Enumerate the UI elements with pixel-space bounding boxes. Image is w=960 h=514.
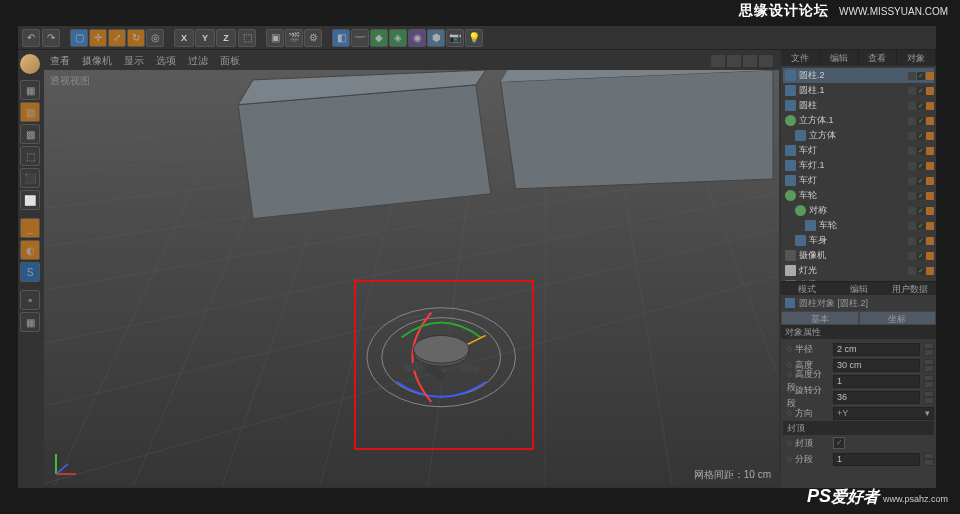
misc-tool[interactable]: ▦ [20,312,40,332]
subtab-coord[interactable]: 坐标 [859,311,937,325]
poly-mode[interactable]: ⬜ [20,190,40,210]
subtab-basic[interactable]: 基本 [781,311,859,325]
move-tool[interactable]: ✛ [89,29,107,47]
tree-row[interactable]: 灯光✓ [783,263,934,278]
tree-row[interactable]: 车灯.1✓ [783,158,934,173]
stepper[interactable] [924,375,934,388]
select-tool[interactable]: ▢ [70,29,88,47]
attr-input[interactable]: 30 cm [833,359,920,372]
x-lock[interactable]: X [174,29,194,47]
stepper[interactable] [924,453,934,466]
recent-tool[interactable]: ◎ [146,29,164,47]
redo-button[interactable]: ↷ [42,29,60,47]
tree-item-flags[interactable]: ✓ [908,222,934,230]
render-picture[interactable]: 🎬 [285,29,303,47]
edge-mode[interactable]: ⬛ [20,168,40,188]
attr-input[interactable]: 2 cm [833,343,920,356]
tree-row[interactable]: 车轮✓ [783,188,934,203]
tab-object[interactable]: 对象 [897,50,936,66]
stepper[interactable] [924,343,934,356]
vp-menu-filter[interactable]: 过滤 [188,54,208,68]
axis-tool2[interactable]: ◐ [20,240,40,260]
texture-mode[interactable]: ▨ [20,102,40,122]
tree-row[interactable]: 车轮✓ [783,218,934,233]
stepper[interactable] [924,391,934,404]
attr-input[interactable]: 1 [833,375,920,388]
vp-nav-icon[interactable] [759,55,773,67]
tree-row[interactable]: 摄像机✓ [783,248,934,263]
tree-item-flags[interactable]: ✓ [908,147,934,155]
scale-tool[interactable]: ⤢ [108,29,126,47]
tab-view[interactable]: 查看 [859,50,898,66]
attr-dropdown[interactable]: +Y▾ [833,407,934,420]
tab-userdata[interactable]: 用户数据 [884,282,936,295]
tree-item-flags[interactable]: ✓ [908,192,934,200]
vp-menu-camera[interactable]: 摄像机 [82,54,112,68]
tree-row[interactable]: 立方体.1✓ [783,113,934,128]
model-mode[interactable]: ▦ [20,80,40,100]
tree-item-flags[interactable]: ✓ [908,162,934,170]
tree-item-flags[interactable]: ✓ [908,132,934,140]
tree-row[interactable]: 车灯✓ [783,143,934,158]
tree-item-flags[interactable]: ✓ [908,207,934,215]
add-cube[interactable]: ◧ [332,29,350,47]
svg-line-8 [50,70,248,486]
tree-item-label: 圆柱 [799,99,905,112]
rotate-tool[interactable]: ↻ [127,29,145,47]
vp-nav-icon[interactable] [711,55,725,67]
cylinder-icon [785,298,795,308]
tree-item-flags[interactable]: ✓ [908,87,934,95]
workplane-mode[interactable]: ▩ [20,124,40,144]
object-tree[interactable]: 圆柱.2✓圆柱.1✓圆柱✓立方体.1✓立方体✓车灯✓车灯.1✓车灯✓车轮✓对称✓… [781,66,936,281]
add-camera[interactable]: 📷 [446,29,464,47]
make-editable-icon[interactable] [20,54,40,74]
vp-nav-icon[interactable] [743,55,757,67]
add-generator2[interactable]: ◈ [389,29,407,47]
tree-row[interactable]: 圆柱.1✓ [783,83,934,98]
tree-item-flags[interactable]: ✓ [908,237,934,245]
attr-input[interactable]: 1 [833,453,920,466]
attr-checkbox[interactable]: ✓ [833,437,845,449]
tab-edit[interactable]: 编辑 [820,50,859,66]
tree-row[interactable]: 对称✓ [783,203,934,218]
y-lock[interactable]: Y [195,29,215,47]
vp-menu-panel[interactable]: 面板 [220,54,240,68]
z-lock[interactable]: Z [216,29,236,47]
tree-row[interactable]: 立方体✓ [783,128,934,143]
attr-input[interactable]: 36 [833,391,920,404]
add-environment[interactable]: ⬢ [427,29,445,47]
coord-system[interactable]: ⬚ [238,29,256,47]
svg-line-6 [44,219,779,417]
vp-menu-options[interactable]: 选项 [156,54,176,68]
add-deformer[interactable]: ◉ [408,29,426,47]
tree-item-flags[interactable]: ✓ [908,267,934,275]
tree-row[interactable]: 车身✓ [783,233,934,248]
tree-item-flags[interactable]: ✓ [908,72,934,80]
vp-menu-display[interactable]: 显示 [124,54,144,68]
render-view[interactable]: ▣ [266,29,284,47]
tree-item-flags[interactable]: ✓ [908,177,934,185]
tree-item-flags[interactable]: ✓ [908,252,934,260]
magnet-tool[interactable]: ⚬ [20,290,40,310]
tree-item-flags[interactable]: ✓ [908,102,934,110]
tab-mode[interactable]: 模式 [781,282,833,295]
vp-menu-view[interactable]: 查看 [50,54,70,68]
add-light[interactable]: 💡 [465,29,483,47]
tree-row[interactable]: 圆柱✓ [783,98,934,113]
tab-edit2[interactable]: 编辑 [833,282,885,295]
tree-row[interactable]: 车灯✓ [783,173,934,188]
tab-file[interactable]: 文件 [781,50,820,66]
3d-viewport[interactable]: 透视视图 [44,70,779,486]
snap-tool[interactable]: S [20,262,40,282]
render-settings[interactable]: ⚙ [304,29,322,47]
add-spline[interactable]: 〰 [351,29,369,47]
stepper[interactable] [924,359,934,372]
add-generator[interactable]: ◆ [370,29,388,47]
point-mode[interactable]: ⬚ [20,146,40,166]
tree-row[interactable]: 圆柱.2✓ [783,68,934,83]
vp-nav-icon[interactable] [727,55,741,67]
axis-tool[interactable]: ⎯ [20,218,40,238]
tree-item-label: 圆柱.2 [799,69,905,82]
undo-button[interactable]: ↶ [22,29,40,47]
tree-item-flags[interactable]: ✓ [908,117,934,125]
